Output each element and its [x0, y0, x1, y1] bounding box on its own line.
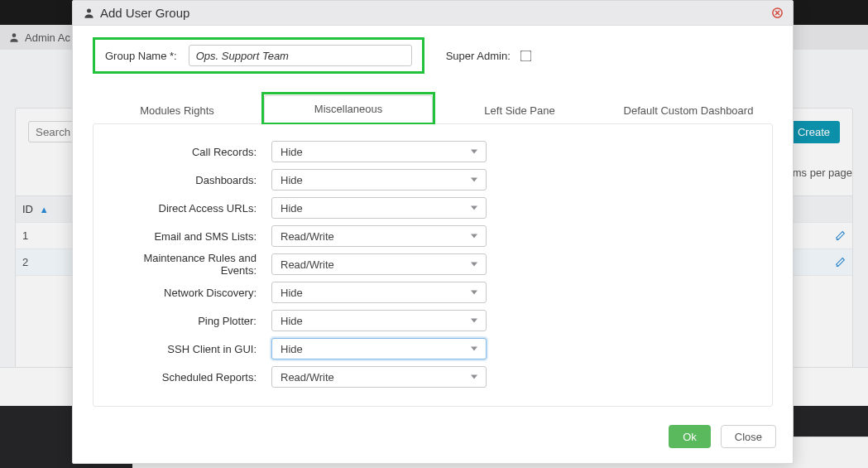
select-value: Read/Write — [281, 230, 334, 243]
group-name-input[interactable] — [189, 45, 412, 66]
add-user-group-dialog: Add User Group Group Name *: Super Admin… — [72, 0, 794, 464]
tab-miscellaneous[interactable]: Miscellaneous — [264, 95, 433, 123]
select-value: Hide — [281, 174, 303, 186]
field-email-sms-lists: Email and SMS Lists: Read/Write — [110, 222, 755, 250]
field-scheduled-reports: Scheduled Reports: Read/Write — [110, 363, 755, 391]
field-dashboards: Dashboards: Hide — [110, 166, 755, 194]
select-maintenance-rules[interactable]: Read/Write — [271, 253, 487, 275]
chevron-down-icon — [471, 150, 477, 154]
label-direct-access-urls: Direct Access URLs: — [110, 202, 271, 215]
select-call-records[interactable]: Hide — [271, 141, 487, 162]
dialog-title-bar: Add User Group — [73, 1, 793, 26]
super-admin-field: Super Admin: — [446, 48, 534, 64]
select-network-discovery[interactable]: Hide — [271, 282, 487, 303]
field-ping-plotter: Ping Plotter: Hide — [110, 306, 755, 335]
select-email-sms-lists[interactable]: Read/Write — [271, 225, 487, 247]
chevron-down-icon — [471, 375, 477, 379]
chevron-down-icon — [471, 206, 477, 210]
field-call-records: Call Records: Hide — [110, 138, 755, 166]
tab-miscellaneous-highlight: Miscellaneous — [261, 92, 435, 124]
select-scheduled-reports[interactable]: Read/Write — [271, 366, 487, 388]
tab-bar: Modules Rights Miscellaneous Left Side P… — [73, 94, 793, 123]
group-name-highlight: Group Name *: — [93, 37, 424, 74]
chevron-down-icon — [471, 319, 477, 323]
tab-content-miscellaneous: Call Records: Hide Dashboards: Hide Dire… — [93, 123, 773, 407]
chevron-down-icon — [471, 234, 477, 239]
dialog-body: Group Name *: Super Admin: Modules Right… — [73, 26, 793, 415]
svg-point-1 — [87, 9, 91, 13]
tab-default-dashboard[interactable]: Default Custom Dashboard — [604, 97, 773, 124]
tab-left-side-pane[interactable]: Left Side Pane — [435, 97, 604, 124]
ok-button[interactable]: Ok — [669, 425, 711, 448]
select-value: Read/Write — [281, 258, 334, 271]
select-direct-access-urls[interactable]: Hide — [271, 197, 487, 219]
label-scheduled-reports: Scheduled Reports: — [110, 371, 271, 384]
select-dashboards[interactable]: Hide — [271, 169, 487, 191]
label-ssh-client: SSH Client in GUI: — [110, 343, 271, 355]
select-value: Hide — [281, 146, 303, 158]
field-direct-access-urls: Direct Access URLs: Hide — [110, 194, 755, 222]
group-name-row: Group Name *: Super Admin: — [93, 37, 773, 74]
chevron-down-icon — [471, 178, 477, 182]
super-admin-label: Super Admin: — [446, 50, 511, 62]
label-call-records: Call Records: — [110, 146, 271, 158]
chevron-down-icon — [471, 347, 477, 351]
dialog-title: Add User Group — [100, 6, 189, 20]
select-value: Hide — [281, 202, 303, 215]
group-name-label: Group Name *: — [105, 50, 177, 62]
field-maintenance-rules: Maintenance Rules and Events: Read/Write — [110, 250, 755, 278]
select-value: Hide — [281, 287, 303, 299]
user-icon — [83, 7, 95, 19]
label-ping-plotter: Ping Plotter: — [110, 315, 271, 327]
select-ping-plotter[interactable]: Hide — [271, 310, 487, 331]
label-email-sms-lists: Email and SMS Lists: — [110, 230, 271, 243]
super-admin-checkbox[interactable] — [520, 50, 531, 61]
label-maintenance-rules: Maintenance Rules and Events: — [110, 252, 271, 277]
close-button[interactable]: Close — [721, 425, 776, 448]
select-value: Hide — [281, 343, 303, 355]
select-value: Hide — [281, 315, 303, 327]
chevron-down-icon — [471, 291, 477, 295]
field-ssh-client: SSH Client in GUI: Hide — [110, 335, 755, 363]
label-network-discovery: Network Discovery: — [110, 287, 271, 299]
tab-modules-rights[interactable]: Modules Rights — [93, 97, 261, 124]
dialog-footer: Ok Close — [73, 415, 793, 463]
close-icon[interactable] — [770, 6, 784, 20]
label-dashboards: Dashboards: — [110, 174, 271, 186]
chevron-down-icon — [471, 263, 477, 267]
select-ssh-client[interactable]: Hide — [271, 338, 487, 359]
field-network-discovery: Network Discovery: Hide — [110, 278, 755, 306]
select-value: Read/Write — [281, 371, 334, 384]
